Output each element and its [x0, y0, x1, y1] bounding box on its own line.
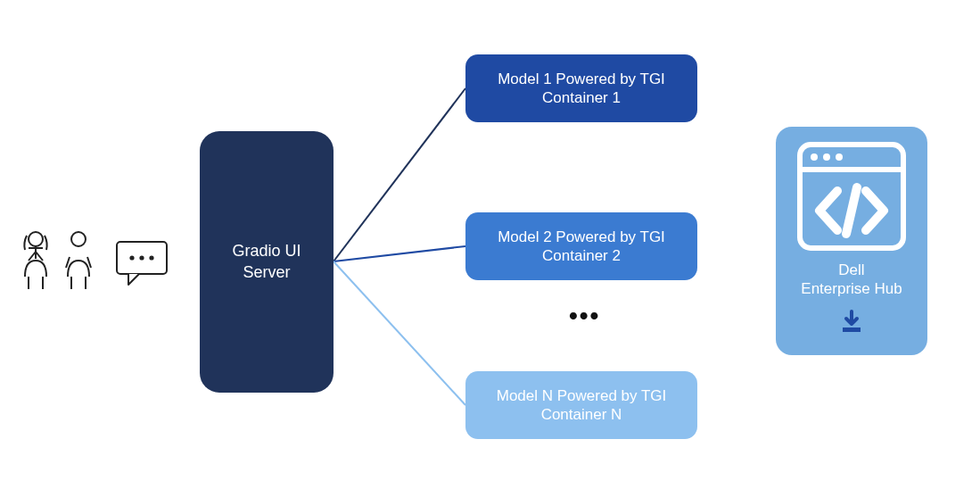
gradio-server-label: Gradio UI Server	[209, 241, 325, 283]
svg-point-3	[29, 232, 43, 246]
svg-point-6	[129, 255, 134, 260]
svg-point-12	[823, 153, 830, 161]
hub-panel: Dell Enterprise Hub	[776, 127, 927, 355]
woman-icon	[24, 232, 46, 289]
hub-title-line2: Enterprise Hub	[801, 280, 902, 297]
code-window-icon	[795, 139, 909, 253]
svg-point-11	[811, 153, 818, 161]
download-icon	[839, 310, 864, 335]
hub-label: Dell Enterprise Hub	[801, 261, 902, 299]
hub-title-line1: Dell	[838, 261, 864, 278]
model-container-n: Model N Powered by TGI Container N	[465, 371, 697, 439]
svg-point-7	[139, 255, 144, 260]
svg-rect-15	[843, 327, 861, 332]
model-container-2-label: Model 2 Powered by TGI Container 2	[478, 228, 685, 266]
gradio-server-box: Gradio UI Server	[200, 131, 334, 393]
svg-line-14	[846, 187, 857, 234]
model-container-2: Model 2 Powered by TGI Container 2	[465, 212, 697, 280]
model-container-n-label: Model N Powered by TGI Container N	[478, 386, 685, 425]
model-container-1-label: Model 1 Powered by TGI Container 1	[478, 70, 685, 108]
svg-line-2	[334, 261, 465, 405]
svg-point-8	[149, 255, 153, 260]
model-container-1: Model 1 Powered by TGI Container 1	[465, 54, 697, 122]
svg-line-1	[334, 246, 465, 261]
man-icon	[66, 232, 91, 289]
chat-icon	[117, 242, 167, 285]
svg-point-4	[71, 232, 86, 246]
svg-point-13	[836, 153, 843, 161]
svg-line-0	[334, 88, 465, 261]
users-group	[20, 228, 191, 291]
ellipsis-text: •••	[569, 302, 600, 330]
